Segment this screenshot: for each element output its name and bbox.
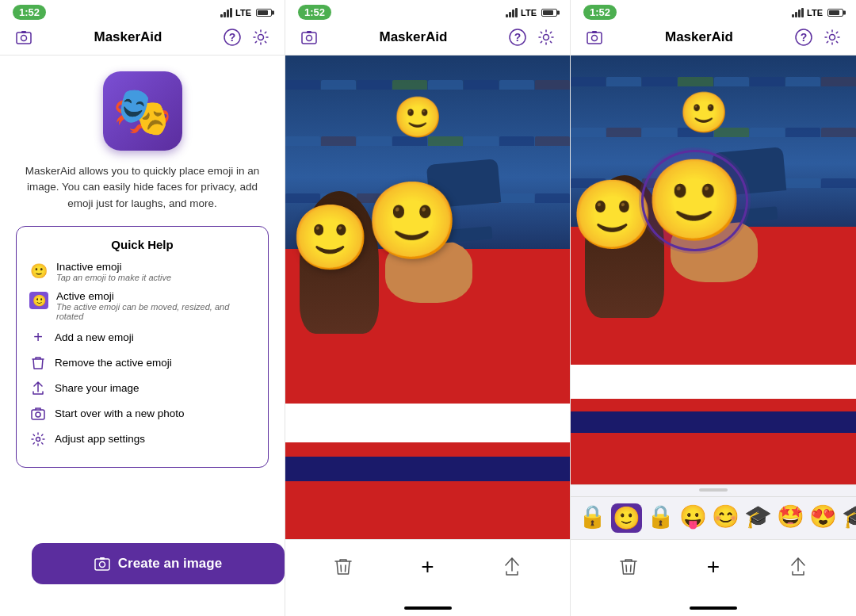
svg-rect-20 [587, 33, 602, 44]
jersey-stripe2-3 [571, 411, 856, 433]
battery-3 [827, 9, 843, 17]
svg-line-27 [631, 565, 632, 572]
lte-label-3: LTE [807, 8, 823, 17]
bottom-toolbar-3: + [571, 539, 856, 600]
app-icon: 🎭 [103, 71, 182, 151]
nav-icons-right-3: ? [793, 26, 843, 48]
jersey-stripe-2 [285, 404, 570, 442]
svg-point-5 [258, 35, 263, 40]
svg-point-21 [592, 36, 598, 41]
emoji-main-3-container[interactable]: 🙂 [645, 154, 744, 247]
help-icon-3[interactable]: ? [793, 26, 815, 48]
help-share-image: Share your image [29, 380, 255, 397]
status-bar-3: 1:52 LTE [571, 0, 856, 23]
bottom-toolbar-2: + [285, 539, 570, 600]
help-icon-1[interactable]: ? [221, 26, 243, 48]
nav-bar-1: MaskerAid ? [0, 23, 285, 55]
share-label: Share your image [55, 382, 139, 394]
nav-title-3: MaskerAid [665, 29, 733, 45]
help-remove-emoji: Remove the active emoji [29, 354, 255, 372]
picker-emoji-heart-eyes[interactable]: 😍 [809, 503, 837, 533]
help-settings: Adjust app settings [29, 430, 255, 448]
photo-area-3[interactable]: 🙂 🙂 🙂 created with maskeraid [571, 55, 856, 484]
trash-button-3[interactable] [611, 549, 646, 584]
inactive-sublabel: Tap an emoji to make it active [56, 273, 171, 282]
status-time-2: 1:52 [298, 5, 331, 20]
emoji-small-top-2[interactable]: 🙂 [393, 94, 442, 140]
picker-emoji-lock1[interactable]: 🔒 [579, 503, 606, 533]
signal-bars-2 [506, 8, 518, 17]
photo-nav-icon-3[interactable] [583, 26, 606, 48]
photo-nav-icon-2[interactable] [298, 26, 320, 48]
picker-emoji-grad[interactable]: 🎓 [744, 503, 772, 533]
share-button-3[interactable] [781, 549, 816, 584]
add-emoji-button-2[interactable]: + [410, 549, 445, 584]
help-new-photo: Start over with a new photo [29, 405, 255, 423]
emoji-small-top-3[interactable]: 🙂 [679, 90, 728, 136]
trash-button-2[interactable] [326, 549, 361, 584]
status-time-3: 1:52 [583, 5, 617, 20]
jersey-stripe-3 [571, 365, 856, 399]
photo-nav-icon-1[interactable] [13, 26, 35, 48]
home-indicator-3 [571, 600, 856, 616]
panel1-content: 🎭 MaskerAid allows you to quickly place … [0, 55, 285, 616]
add-emoji-label: Add a new emoji [55, 331, 134, 343]
help-icon-2[interactable]: ? [506, 26, 529, 48]
signal-bars-1 [220, 8, 232, 17]
emoji-woman-2[interactable]: 🙂 [291, 201, 370, 275]
picker-emoji-happy[interactable]: 😊 [712, 503, 739, 533]
picker-emoji-lock2[interactable]: 🔒 [647, 503, 674, 533]
picker-emoji-star-eyes[interactable]: 🤩 [777, 503, 804, 533]
home-indicator-2 [285, 600, 570, 616]
help-item-inactive: 🙂 Inactive emoji Tap an emoji to make it… [29, 261, 255, 282]
svg-point-8 [36, 437, 40, 441]
status-icons-1: LTE [220, 8, 272, 17]
emoji-main-2[interactable]: 🙂 [365, 177, 460, 266]
inactive-label: Inactive emoji [56, 261, 171, 273]
gear-icon-2[interactable] [535, 26, 557, 48]
svg-rect-12 [302, 33, 316, 44]
help-item-inactive-text: Inactive emoji Tap an emoji to make it a… [56, 261, 171, 282]
photo-area-2[interactable]: 🙂 🙂 🙂 created with maskeraid [285, 55, 570, 539]
help-add-emoji: + Add a new emoji [29, 329, 255, 346]
svg-text:?: ? [229, 31, 236, 44]
emoji-picker-3[interactable]: 🔒 🙂 🔒 😛 😊 🎓 🤩 😍 🎓 😝 [571, 484, 856, 539]
new-photo-icon [29, 405, 47, 423]
lte-label-2: LTE [521, 8, 537, 17]
nav-bar-2: MaskerAid ? [285, 23, 570, 55]
svg-text:?: ? [514, 31, 522, 44]
add-emoji-button-3[interactable]: + [696, 549, 731, 584]
svg-point-17 [543, 35, 548, 40]
emoji-picker-bar-3[interactable]: 🔒 🙂 🔒 😛 😊 🎓 🤩 😍 🎓 😝 [571, 496, 856, 539]
picker-emoji-smile[interactable]: 🙂 [611, 503, 642, 533]
nav-bar-3: MaskerAid ? [571, 23, 856, 55]
svg-rect-0 [17, 33, 31, 44]
active-emoji-icon: 🙂 [29, 292, 48, 309]
new-photo-label: Start over with a new photo [55, 407, 185, 419]
gear-icon-3[interactable] [821, 26, 843, 48]
create-image-button[interactable]: Create an image [32, 543, 285, 584]
svg-line-19 [346, 565, 346, 572]
settings-icon [29, 430, 47, 448]
share-icon [29, 380, 47, 397]
svg-text:?: ? [801, 31, 808, 44]
quick-help-box: Quick Help 🙂 Inactive emoji Tap an emoji… [16, 226, 269, 468]
hockey-photo-3: 🙂 🙂 🙂 created with maskeraid [571, 55, 856, 484]
active-label: Active emoji [56, 290, 255, 302]
panel-3: 1:52 LTE MaskerAid ? [571, 0, 856, 616]
picker-emoji-grad2[interactable]: 🎓 [842, 503, 856, 533]
status-bar-1: 1:52 LTE [0, 0, 285, 23]
lte-label-1: LTE [235, 8, 251, 17]
status-time-1: 1:52 [13, 5, 46, 20]
svg-rect-22 [592, 31, 597, 33]
svg-point-1 [21, 36, 27, 41]
picker-emoji-tongue[interactable]: 😛 [679, 503, 707, 533]
svg-point-13 [307, 36, 312, 41]
help-item-active-text: Active emoji The active emoji can be mov… [56, 290, 255, 321]
gear-icon-1[interactable] [250, 26, 272, 48]
status-icons-2: LTE [506, 8, 557, 17]
emoji-woman-3[interactable]: 🙂 [571, 175, 655, 254]
share-button-2[interactable] [495, 549, 529, 584]
svg-rect-6 [32, 410, 44, 419]
trash-icon [29, 354, 47, 372]
